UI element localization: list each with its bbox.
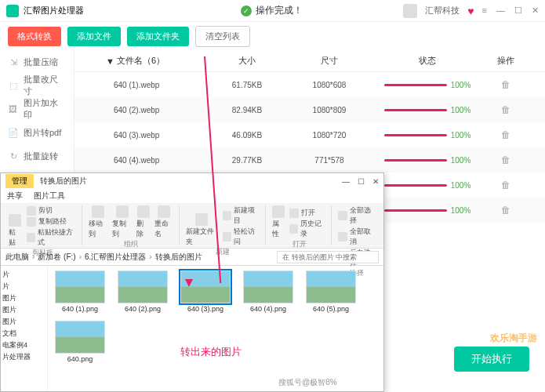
- menu-share[interactable]: 共享: [7, 191, 23, 201]
- file-thumbnail: [306, 270, 356, 303]
- file-item[interactable]: 640 (5).png: [303, 270, 358, 313]
- add-file-button[interactable]: 添加文件: [67, 27, 121, 46]
- progress-bar: [384, 159, 447, 162]
- close-icon[interactable]: ✕: [532, 5, 539, 16]
- delete-row-icon[interactable]: 🗑: [501, 104, 510, 115]
- easy-icon: [223, 232, 231, 241]
- ribbon-new-item[interactable]: 新建项目: [223, 205, 260, 226]
- explorer-tree-item[interactable]: 图片: [2, 316, 45, 328]
- ribbon-paste-shortcut[interactable]: 粘贴快捷方式: [27, 227, 77, 248]
- col-filename[interactable]: ▼ 文件名（6）: [74, 55, 208, 67]
- explorer-tree-item[interactable]: 图片: [2, 292, 45, 304]
- ribbon-copy[interactable]: 复制到: [112, 205, 132, 239]
- settings-icon[interactable]: ≡: [482, 5, 487, 16]
- explorer-tab-manage[interactable]: 管理: [5, 174, 34, 188]
- copypath-icon: [27, 217, 36, 227]
- explorer-tree-item[interactable]: 片: [2, 269, 45, 281]
- explorer-tree-item[interactable]: 图片: [2, 304, 45, 316]
- shortcut-icon: [27, 233, 35, 242]
- ribbon-open-btn[interactable]: 打开: [289, 208, 326, 218]
- file-explorer-window: 管理 转换后的图片 — ☐ ✕ 共享 图片工具 粘贴 剪切 复制路径 粘贴快捷方…: [0, 172, 384, 392]
- delete-row-icon[interactable]: 🗑: [501, 180, 510, 191]
- file-thumbnail: [180, 270, 231, 303]
- col-operation: 操作: [482, 55, 529, 67]
- sidebar-item-resize[interactable]: ⬚批量改尺寸: [0, 74, 74, 97]
- ribbon-new-folder[interactable]: 新建文件夹: [186, 213, 219, 247]
- app-logo-icon: [6, 5, 19, 17]
- explorer-close-icon[interactable]: ✕: [372, 177, 379, 186]
- ribbon-copy-path[interactable]: 复制路径: [27, 216, 77, 227]
- move-icon: [92, 205, 104, 218]
- compress-icon: ⇲: [8, 56, 19, 67]
- sidebar-item-watermark[interactable]: 🖼图片加水印: [0, 97, 74, 121]
- ribbon-props[interactable]: 属性: [272, 205, 285, 239]
- table-row[interactable]: 640 (1).webp61.75KB1080*608100%🗑: [74, 72, 545, 97]
- ribbon-cut[interactable]: 剪切: [27, 205, 77, 216]
- file-item[interactable]: 640 (2).png: [115, 270, 170, 313]
- delete-row-icon[interactable]: 🗑: [501, 205, 510, 216]
- explorer-tree-item[interactable]: 文档: [2, 328, 45, 339]
- add-folder-button[interactable]: 添加文件夹: [127, 27, 189, 46]
- menu-tools[interactable]: 图片工具: [34, 191, 65, 201]
- explorer-maximize-icon[interactable]: ☐: [358, 177, 365, 186]
- app-title: 汇帮图片处理器: [24, 5, 84, 16]
- ribbon-clipboard: 粘贴 剪切 复制路径 粘贴快捷方式 剪贴板: [4, 205, 82, 245]
- ribbon-select-none[interactable]: 全部取消: [338, 227, 376, 247]
- file-item[interactable]: 640 (4).png: [241, 270, 296, 313]
- explorer-breadcrumb[interactable]: 此电脑› 新加卷 (F:)› 6.汇帮图片处理器› 转换后的图片: [1, 249, 383, 266]
- explorer-minimize-icon[interactable]: —: [342, 177, 350, 186]
- format-convert-button[interactable]: 格式转换: [8, 27, 61, 46]
- newitem-icon: [223, 211, 231, 220]
- explorer-file-grid: 640 (1).png640 (2).png640 (3).png640 (4)…: [48, 266, 383, 391]
- ribbon-move[interactable]: 移动到: [89, 205, 108, 239]
- progress-bar: [384, 209, 447, 212]
- heart-icon[interactable]: ♥: [467, 5, 474, 17]
- sidebar-item-pdf[interactable]: 📄图片转pdf: [0, 121, 74, 144]
- delete-row-icon[interactable]: 🗑: [501, 79, 510, 90]
- ribbon-new: 新建文件夹 新建项目 轻松访问 新建: [181, 205, 266, 245]
- explorer-search-input[interactable]: [277, 251, 379, 263]
- avatar[interactable]: [403, 4, 417, 18]
- progress-bar: [384, 84, 447, 86]
- minimize-icon[interactable]: —: [496, 5, 505, 16]
- table-header: ▼ 文件名（6） 大小 尺寸 状态 操作: [74, 50, 545, 72]
- newfolder-icon: [195, 213, 208, 226]
- explorer-sidebar[interactable]: 片片图片图片图片文档电案例4片处理器: [1, 266, 48, 391]
- file-item[interactable]: 640.png: [53, 321, 107, 363]
- ribbon-select: 全部选择 全部取消 反向选择 选择: [333, 205, 380, 245]
- explorer-titlebar[interactable]: 管理 转换后的图片 — ☐ ✕: [1, 173, 383, 189]
- rename-icon: [158, 205, 170, 218]
- sidebar-item-compress[interactable]: ⇲批量压缩: [0, 50, 74, 74]
- cut-icon: [27, 206, 36, 216]
- explorer-tree-item[interactable]: 片处理器: [2, 351, 45, 363]
- maximize-icon[interactable]: ☐: [514, 5, 522, 16]
- ribbon-easy-access[interactable]: 轻松访问: [223, 227, 260, 247]
- col-size[interactable]: 大小: [208, 55, 286, 67]
- file-item[interactable]: 640 (3).png: [178, 270, 233, 313]
- col-dimension[interactable]: 尺寸: [286, 55, 372, 67]
- ribbon-select-all[interactable]: 全部选择: [338, 205, 376, 226]
- table-row[interactable]: 640 (3).webp46.09KB1080*720100%🗑: [74, 122, 545, 147]
- ribbon-rename[interactable]: 重命名: [154, 205, 174, 239]
- delete-row-icon[interactable]: 🗑: [501, 154, 510, 165]
- delete-row-icon[interactable]: 🗑: [501, 129, 510, 140]
- file-item[interactable]: 640 (1).png: [53, 270, 107, 313]
- ribbon-delete[interactable]: 删除: [136, 205, 150, 239]
- ribbon-history[interactable]: 历史记录: [289, 219, 326, 239]
- file-thumbnail: [118, 270, 168, 303]
- explorer-tree-item[interactable]: 电案例4: [2, 339, 45, 351]
- col-status[interactable]: 状态: [372, 55, 482, 67]
- table-row[interactable]: 640 (2).webp82.94KB1080*809100%🗑: [74, 97, 545, 122]
- explorer-tree-item[interactable]: 片: [2, 281, 45, 292]
- start-execute-button[interactable]: 开始执行: [454, 347, 529, 372]
- clear-list-button[interactable]: 清空列表: [195, 26, 250, 47]
- sidebar-item-rotate[interactable]: ↻批量旋转: [0, 144, 74, 168]
- file-thumbnail: [243, 270, 293, 303]
- table-row[interactable]: 640 (4).webp29.77KB771*578100%🗑: [74, 147, 545, 172]
- explorer-window-title: 转换后的图片: [34, 174, 93, 188]
- open-icon: [289, 209, 299, 218]
- ribbon-paste[interactable]: 粘贴: [9, 214, 22, 248]
- selall-icon: [338, 211, 347, 220]
- success-banner: ✓ 操作完成！: [241, 4, 303, 17]
- props-icon: [272, 205, 285, 218]
